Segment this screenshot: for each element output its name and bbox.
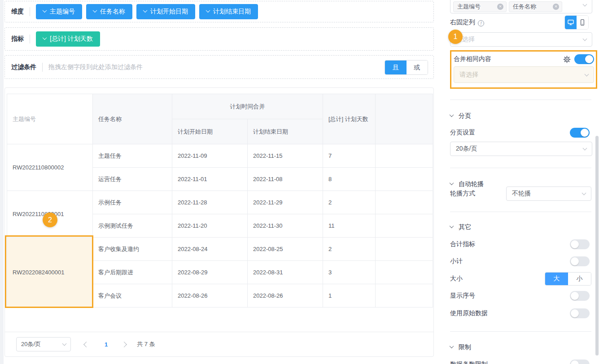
- page-size-setting-select[interactable]: 20条/页: [450, 142, 592, 156]
- cell-task[interactable]: 客户会议: [93, 284, 172, 308]
- cell-empty: [376, 168, 433, 191]
- left-fixed-column-select[interactable]: 主题编号 任务名称: [450, 0, 592, 13]
- dimension-label: 维度: [11, 8, 24, 16]
- chevron-down-icon: [206, 8, 210, 13]
- cell-start[interactable]: 2022-11-01: [172, 168, 248, 191]
- total-count: 共 7 条: [137, 340, 155, 348]
- cell-days[interactable]: 3: [323, 261, 376, 284]
- dimension-card: 维度 主题编号 任务名称 计划开始日期 计划结束日期: [4, 1, 434, 22]
- cell-end[interactable]: 2022-08-25: [248, 238, 323, 261]
- pagination-setting-toggle[interactable]: [570, 128, 590, 138]
- chevron-down-icon: [43, 35, 47, 40]
- next-page-icon[interactable]: [121, 342, 127, 347]
- dimension-chip-subject[interactable]: 主题编号: [36, 4, 82, 19]
- remove-tag-icon[interactable]: [553, 4, 559, 10]
- cell-task[interactable]: 示例任务: [93, 191, 172, 214]
- mobile-view-button[interactable]: [577, 16, 588, 29]
- cell-task[interactable]: 示例测试任务: [93, 214, 172, 238]
- cell-end[interactable]: 2022-11-08: [248, 168, 323, 191]
- cell-task[interactable]: 客户后期跟进: [93, 261, 172, 284]
- dimension-chip-start-date[interactable]: 计划开始日期: [136, 4, 195, 19]
- cell-days[interactable]: 2: [323, 191, 376, 214]
- section-limit[interactable]: 限制: [450, 343, 471, 351]
- section-divider: [450, 100, 591, 100]
- and-button[interactable]: 且: [385, 61, 407, 74]
- cell-subject-highlighted[interactable]: RW2022082400001: [7, 238, 93, 308]
- chevron-down-icon: [583, 146, 587, 151]
- cell-start[interactable]: 2022-11-28: [172, 191, 248, 214]
- cell-days[interactable]: 2: [323, 238, 376, 261]
- or-button[interactable]: 或: [407, 61, 428, 74]
- prev-page-icon[interactable]: [83, 342, 89, 347]
- chevron-down-icon: [583, 37, 587, 41]
- section-pagination[interactable]: 分页: [450, 112, 471, 120]
- cell-start[interactable]: 2022-11-20: [172, 214, 248, 238]
- chevron-down-icon: [583, 2, 587, 7]
- device-toggle: [564, 15, 589, 30]
- data-limit-toggle[interactable]: [570, 360, 590, 364]
- cell-start[interactable]: 2022-08-26: [172, 284, 248, 308]
- right-fixed-column-select[interactable]: 请选择: [450, 32, 592, 47]
- size-small-button[interactable]: 小: [568, 273, 591, 285]
- total-metric-toggle[interactable]: [570, 239, 590, 249]
- metric-chip-plan-days[interactable]: [总计] 计划天数: [36, 31, 100, 47]
- pagination-setting-row: 分页设置: [450, 127, 592, 138]
- cell-end[interactable]: 2022-11-30: [248, 214, 323, 238]
- panel-divider: [0, 0, 4, 364]
- cell-days[interactable]: 8: [323, 168, 376, 191]
- filter-label: 过滤条件: [11, 63, 36, 71]
- column-header-time-group[interactable]: 计划时间合并: [172, 94, 323, 119]
- cell-days[interactable]: 7: [323, 144, 376, 168]
- monitor-icon: [567, 19, 574, 26]
- and-or-switch: 且 或: [385, 60, 428, 75]
- cell-task[interactable]: 客户收集及邀约: [93, 238, 172, 261]
- cell-task[interactable]: 运营任务: [93, 168, 172, 191]
- merge-field-select[interactable]: 请选择: [454, 66, 594, 83]
- cell-start[interactable]: 2022-08-24: [172, 238, 248, 261]
- section-other[interactable]: 其它: [450, 223, 471, 231]
- page-size-select[interactable]: 20条/页: [16, 337, 71, 351]
- cell-empty: [376, 214, 433, 238]
- settings-panel: 主题编号 任务名称 右固定列: [441, 0, 599, 364]
- current-page[interactable]: 1: [105, 341, 108, 348]
- cell-subject[interactable]: RW2022110800002: [7, 144, 93, 191]
- merge-same-content-toggle[interactable]: [574, 54, 594, 64]
- label-divider: [30, 7, 30, 16]
- gear-icon[interactable]: [563, 56, 571, 63]
- remove-tag-icon[interactable]: [497, 4, 503, 10]
- cell-end[interactable]: 2022-11-15: [248, 144, 323, 168]
- column-header-start-date[interactable]: 计划开始日期: [172, 119, 248, 144]
- scrollbar-thumb[interactable]: [595, 136, 599, 355]
- chevron-down-icon: [450, 344, 454, 348]
- carousel-mode-label: 轮播方式: [450, 190, 475, 198]
- show-index-toggle[interactable]: [570, 291, 590, 301]
- section-divider: [450, 212, 591, 212]
- column-header-task[interactable]: 任务名称: [93, 94, 172, 144]
- size-large-button[interactable]: 大: [545, 273, 568, 285]
- metric-label: 指标: [11, 35, 24, 43]
- data-table: 主题编号 任务名称 计划时间合并 [总计] 计划天数 计划开始日期 计划结束日期…: [7, 94, 433, 308]
- carousel-mode-select[interactable]: 不轮播: [506, 186, 591, 201]
- chevron-down-icon: [62, 342, 67, 346]
- chevron-down-icon: [93, 8, 97, 13]
- cell-days[interactable]: 1: [323, 284, 376, 308]
- show-index-label: 显示序号: [450, 292, 475, 300]
- desktop-view-button[interactable]: [565, 16, 577, 29]
- carousel-mode-row: 轮播方式 不轮播: [450, 186, 592, 201]
- cell-end[interactable]: 2022-08-31: [248, 261, 323, 284]
- column-header-end-date[interactable]: 计划结束日期: [248, 119, 323, 144]
- cell-end[interactable]: 2022-08-26: [248, 284, 323, 308]
- info-icon: [478, 20, 484, 26]
- dimension-chip-task[interactable]: 任务名称: [86, 4, 132, 19]
- cell-start[interactable]: 2022-11-09: [172, 144, 248, 168]
- column-header-days[interactable]: [总计] 计划天数: [323, 94, 376, 144]
- cell-days[interactable]: 11: [323, 214, 376, 238]
- cell-task[interactable]: 主题任务: [93, 144, 172, 168]
- cell-start[interactable]: 2022-08-29: [172, 261, 248, 284]
- cell-end[interactable]: 2022-11-29: [248, 191, 323, 214]
- dimension-chip-end-date[interactable]: 计划结束日期: [199, 4, 258, 19]
- column-header-subject[interactable]: 主题编号: [7, 94, 93, 144]
- subtotal-toggle[interactable]: [570, 256, 590, 266]
- dashboard-table-config-page: 维度 主题编号 任务名称 计划开始日期 计划结束日期 指标 [总计] 计划天数 …: [0, 0, 599, 364]
- use-raw-data-toggle[interactable]: [570, 308, 590, 318]
